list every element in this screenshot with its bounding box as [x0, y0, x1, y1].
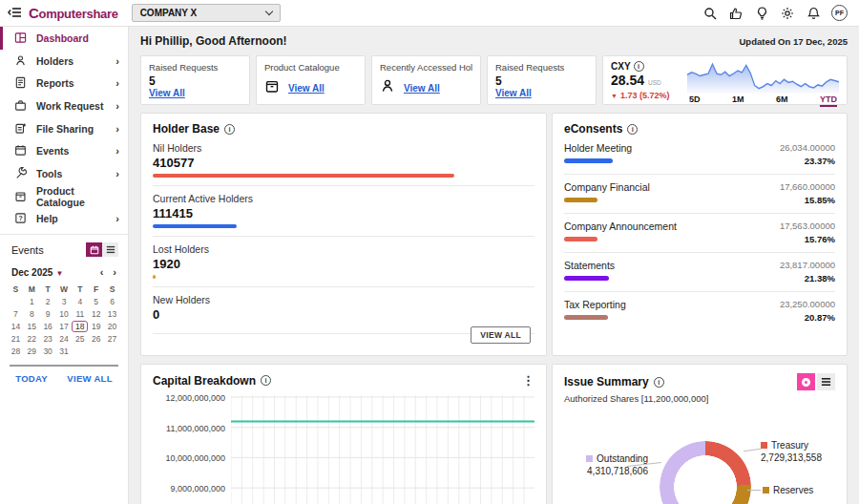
metric-bar — [153, 224, 237, 228]
calendar-day-19[interactable]: 19 — [88, 321, 104, 332]
calendar-prev-button[interactable]: ‹ — [100, 266, 104, 278]
help-icon: ? — [14, 212, 28, 225]
events-header: Events — [0, 235, 128, 261]
range-tab-5d[interactable]: 5D — [689, 94, 701, 107]
user-avatar[interactable]: PF — [831, 5, 848, 21]
card-title: Recently Accessed Holders — [380, 62, 472, 73]
bell-icon[interactable] — [806, 6, 821, 21]
calendar-day-4[interactable]: 4 — [72, 296, 88, 307]
events-calendar-view-button[interactable] — [86, 242, 102, 257]
sidebar-item-file-sharing[interactable]: File Sharing› — [0, 117, 128, 140]
chevron-down-icon — [264, 8, 272, 15]
calendar-day-13[interactable]: 13 — [104, 308, 120, 320]
calendar-day-12[interactable]: 12 — [88, 308, 104, 320]
events-list-view-button[interactable] — [102, 242, 118, 257]
view-all-link[interactable]: View All — [288, 83, 325, 94]
sidebar-item-events[interactable]: Events› — [0, 139, 128, 162]
calendar-day-30[interactable]: 30 — [40, 346, 56, 357]
calendar-day-31[interactable]: 31 — [56, 346, 73, 357]
calendar-day-27[interactable]: 27 — [104, 333, 120, 345]
calendar-day-1[interactable]: 1 — [24, 296, 40, 307]
issue-list-view-button[interactable] — [817, 373, 835, 390]
consent-value: 26,034.00000 — [780, 142, 835, 153]
calendar-day-22[interactable]: 22 — [24, 333, 40, 345]
view-all-link[interactable]: View All — [149, 88, 241, 98]
calendar-view-all-link[interactable]: VIEW ALL — [67, 373, 112, 384]
sidebar-item-work-request[interactable]: Work Request› — [0, 94, 128, 117]
holder-base-panel: Holder Basei Nil Holders410577Current Ac… — [140, 113, 547, 356]
sidebar-item-help[interactable]: ?Help› — [0, 208, 128, 231]
consent-value: 23,250.00000 — [780, 299, 835, 309]
summary-card-raised-requests: Raised Requests5View All — [140, 55, 250, 105]
range-tab-6m[interactable]: 6M — [776, 94, 788, 107]
calendar-month-selector[interactable]: Dec 2025▼ — [11, 267, 63, 278]
calendar-day-5[interactable]: 5 — [88, 296, 104, 307]
info-icon[interactable]: i — [627, 124, 638, 135]
legend-swatch — [761, 442, 767, 449]
issue-summary-donut-chart[interactable] — [660, 441, 751, 504]
calendar-day-17[interactable]: 17 — [56, 321, 73, 332]
calendar-today-link[interactable]: TODAY — [15, 373, 48, 384]
calendar-day-28[interactable]: 28 — [8, 346, 24, 357]
calendar-day-3[interactable]: 3 — [56, 296, 73, 307]
consent-percent: 15.76% — [780, 234, 835, 244]
donut-chart-icon — [802, 378, 810, 387]
info-icon[interactable]: i — [634, 61, 644, 72]
consent-label: Company Announcement — [564, 220, 780, 232]
calendar-day-26[interactable]: 26 — [88, 333, 104, 345]
consent-label: Statements — [564, 260, 780, 271]
holder-base-view-all-button[interactable]: VIEW ALL — [471, 326, 531, 344]
info-icon[interactable]: i — [261, 375, 271, 386]
calendar-day-29[interactable]: 29 — [24, 346, 40, 357]
gear-icon[interactable] — [780, 6, 795, 21]
range-tab-ytd[interactable]: YTD — [820, 94, 837, 107]
lightbulb-icon[interactable] — [754, 6, 769, 21]
calendar-day-24[interactable]: 24 — [56, 333, 73, 345]
info-icon[interactable]: i — [654, 377, 664, 388]
issue-donut-view-button[interactable] — [797, 373, 815, 390]
sidebar-item-label: Help — [36, 213, 58, 224]
sidebar-item-product-catalogue[interactable]: Product Catalogue — [0, 185, 128, 208]
calendar-day-10[interactable]: 10 — [56, 308, 73, 320]
sidebar-item-label: Tools — [36, 168, 62, 179]
computershare-logo: CComputershareomputershare — [29, 5, 118, 21]
info-icon[interactable]: i — [224, 124, 235, 135]
calendar-day-25[interactable]: 25 — [72, 333, 88, 345]
calendar-day-8[interactable]: 8 — [24, 308, 40, 320]
sidebar-item-reports[interactable]: Reports› — [0, 72, 128, 94]
search-icon[interactable] — [702, 6, 718, 21]
sidebar-item-dashboard[interactable]: Dashboard — [0, 27, 128, 50]
range-tab-1m[interactable]: 1M — [732, 94, 744, 107]
econsents-row-statements: Statements23,817.0000021.38% — [564, 253, 835, 292]
calendar-day-7[interactable]: 7 — [8, 308, 24, 320]
sidebar-item-tools[interactable]: Tools› — [0, 162, 128, 185]
kebab-menu-icon[interactable]: ⋮ — [522, 373, 534, 388]
econsents-row-company-announcement: Company Announcement17,563.0000015.76% — [564, 214, 835, 253]
calendar-day-9[interactable]: 9 — [40, 308, 56, 320]
calendar-day-14[interactable]: 14 — [8, 321, 24, 332]
calendar-day-11[interactable]: 11 — [72, 308, 88, 320]
feedback-thumbs-up-icon[interactable] — [728, 6, 744, 21]
calendar-day-20[interactable]: 20 — [104, 321, 120, 332]
company-selector[interactable]: COMPANY X — [132, 4, 281, 22]
collapse-menu-icon[interactable] — [0, 5, 29, 22]
calendar-day-21[interactable]: 21 — [8, 333, 24, 345]
calendar-next-button[interactable]: › — [113, 266, 116, 278]
view-all-link[interactable]: View All — [404, 83, 440, 94]
sidebar-item-holders[interactable]: Holders› — [0, 50, 128, 73]
capital-breakdown-chart: 12,000,000,00011,000,000,00010,000,000,0… — [153, 395, 534, 504]
consent-value: 17,660.00000 — [780, 181, 835, 192]
down-triangle-icon: ▼ — [611, 93, 618, 99]
calendar-day-16[interactable]: 16 — [40, 321, 56, 332]
calendar-day-18[interactable]: 18 — [72, 321, 88, 332]
calendar-day-2[interactable]: 2 — [40, 296, 56, 307]
sidebar: DashboardHolders›Reports›Work Request›Fi… — [0, 27, 129, 504]
view-all-link[interactable]: View All — [495, 88, 588, 98]
metric-bar — [153, 275, 156, 279]
metric-value: 0 — [153, 307, 534, 322]
calendar-month-row: Dec 2025▼ ‹ › — [0, 261, 128, 280]
calendar-day-23[interactable]: 23 — [40, 333, 56, 345]
card-count: 5 — [495, 74, 588, 88]
calendar-day-15[interactable]: 15 — [24, 321, 40, 332]
calendar-day-6[interactable]: 6 — [104, 296, 120, 307]
